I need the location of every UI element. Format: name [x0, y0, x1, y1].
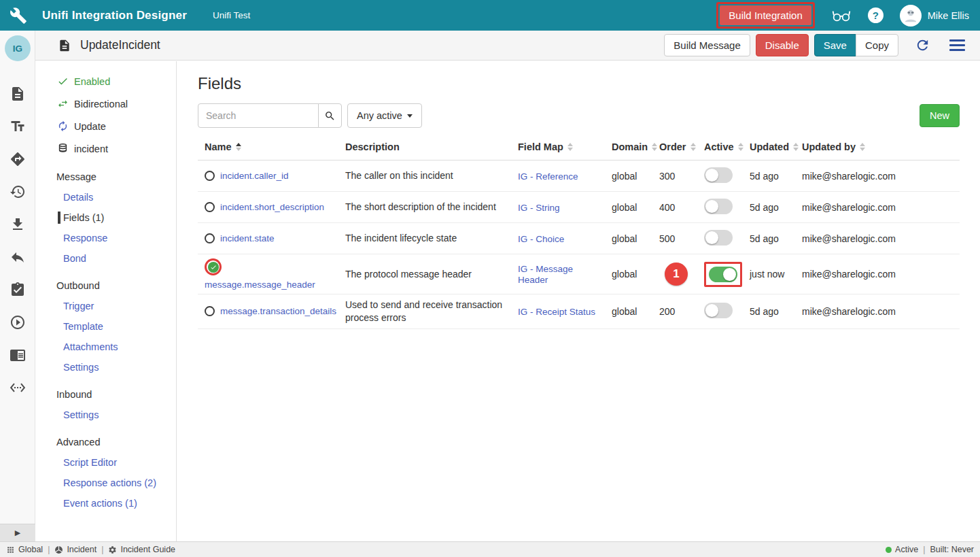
search-icon[interactable]	[318, 103, 342, 128]
help-icon[interactable]: ?	[868, 7, 883, 23]
sidebar-item-inbound-settings[interactable]: Settings	[35, 405, 176, 425]
sort-icon	[236, 143, 241, 151]
built-status-label: Built: Never	[930, 545, 974, 554]
field-description: Used to send and receive transaction pro…	[343, 294, 515, 328]
play-circle-icon[interactable]	[10, 314, 26, 331]
sidebar-item-template[interactable]: Template	[35, 316, 176, 337]
field-order: 200	[657, 302, 701, 321]
build-integration-button[interactable]: Build Integration	[720, 5, 811, 25]
sidebar-item-bidirectional[interactable]: Bidirectional	[35, 92, 176, 115]
incident-icon	[54, 545, 63, 554]
history-icon[interactable]	[10, 184, 26, 200]
copy-button[interactable]: Copy	[856, 34, 898, 56]
field-name-link[interactable]: incident.short_description	[220, 202, 324, 212]
top-navbar: Unifi Integration Designer Unifi Test Bu…	[0, 0, 980, 31]
reply-icon[interactable]	[10, 249, 26, 265]
sidebar-item-bond[interactable]: Bond	[35, 248, 176, 269]
sidebar-item-details[interactable]: Details	[35, 187, 176, 207]
refresh-icon[interactable]	[915, 37, 930, 53]
active-toggle[interactable]	[704, 199, 733, 214]
field-map-link[interactable]: IG - Message Header	[518, 264, 573, 285]
sidebar-item-response[interactable]: Response	[35, 228, 176, 248]
table-row: incident.caller_id The caller on this in…	[198, 161, 960, 192]
active-toggle[interactable]	[709, 267, 737, 282]
sort-icon	[860, 143, 865, 151]
directions-icon[interactable]	[10, 151, 26, 167]
chevron-right-icon[interactable]: ▶	[0, 524, 35, 541]
save-button[interactable]: Save	[814, 34, 856, 56]
field-active-check-icon[interactable]	[208, 262, 219, 273]
field-inactive-icon[interactable]	[205, 306, 215, 316]
active-status-dot	[886, 547, 892, 553]
sidebar-item-script-editor[interactable]: Script Editor	[35, 452, 176, 473]
field-updated: 5d ago	[747, 302, 799, 321]
sidebar-item-fields[interactable]: Fields (1)	[35, 207, 176, 228]
workspace-name[interactable]: Unifi Test	[213, 10, 250, 20]
check-icon	[57, 75, 69, 87]
sidebar-item-event-actions[interactable]: Event actions (1)	[35, 493, 176, 513]
sidebar-item-incident[interactable]: incident	[35, 137, 176, 160]
field-description: The protocol message header	[343, 264, 515, 285]
column-header-updated-by[interactable]: Updated by	[799, 141, 960, 152]
sidebar-item-enabled[interactable]: Enabled	[35, 70, 176, 92]
annotation-highlight-toggle	[704, 262, 742, 287]
sidebar-item-outbound-settings[interactable]: Settings	[35, 357, 176, 377]
field-order: 500	[657, 229, 701, 248]
build-message-button[interactable]: Build Message	[664, 34, 750, 56]
active-toggle[interactable]	[704, 167, 733, 183]
statusbar-incident-guide[interactable]: Incident Guide	[108, 545, 175, 554]
field-map-link[interactable]: IG - Reference	[518, 171, 578, 182]
sidebar-item-trigger[interactable]: Trigger	[35, 296, 176, 316]
new-button[interactable]: New	[920, 104, 960, 127]
statusbar-incident[interactable]: Incident	[54, 545, 97, 554]
field-inactive-icon[interactable]	[205, 202, 215, 212]
sidebar-item-response-actions[interactable]: Response actions (2)	[35, 473, 176, 493]
field-updated: 5d ago	[747, 167, 799, 186]
section-title-advanced: Advanced	[35, 425, 176, 452]
gear-icon	[108, 545, 117, 554]
field-updated: 5d ago	[747, 198, 799, 217]
column-header-updated[interactable]: Updated	[747, 141, 799, 152]
field-map-link[interactable]: IG - String	[518, 203, 560, 213]
sidebar-item-attachments[interactable]: Attachments	[35, 337, 176, 357]
tasks-icon[interactable]	[10, 282, 26, 298]
documentation-icon[interactable]	[10, 347, 26, 363]
active-toggle[interactable]	[704, 230, 733, 246]
field-map-link[interactable]: IG - Receipt Status	[518, 307, 595, 317]
main-content: Fields Any active New Name Description F…	[177, 61, 980, 541]
sidebar-item-update[interactable]: Update	[35, 115, 176, 137]
code-icon[interactable]	[10, 379, 26, 396]
column-header-active[interactable]: Active	[701, 141, 747, 152]
field-map-link[interactable]: IG - Choice	[518, 234, 564, 244]
disable-button[interactable]: Disable	[756, 34, 809, 56]
field-domain: global	[609, 167, 657, 186]
fields-heading: Fields	[198, 74, 960, 93]
sort-icon	[793, 143, 799, 151]
document-icon[interactable]	[10, 86, 26, 102]
column-header-name[interactable]: Name	[198, 141, 343, 152]
field-inactive-icon[interactable]	[205, 233, 215, 243]
sort-icon	[567, 143, 573, 151]
active-filter-dropdown[interactable]: Any active	[347, 103, 422, 128]
active-toggle[interactable]	[704, 303, 733, 318]
table-row: incident.state The incident lifecycle st…	[198, 223, 960, 254]
user-menu[interactable]: Mike Ellis	[900, 5, 969, 27]
icon-rail: IG ▶	[0, 31, 35, 541]
text-fields-icon[interactable]	[10, 118, 26, 135]
field-name-link[interactable]: message.message_header	[205, 280, 315, 290]
download-icon[interactable]	[10, 216, 26, 233]
field-name-link[interactable]: incident.caller_id	[220, 171, 289, 181]
column-header-order[interactable]: Order	[657, 141, 701, 152]
table-row: message.message_header The protocol mess…	[198, 254, 960, 294]
search-input[interactable]	[198, 103, 319, 128]
field-name-link[interactable]: message.transaction_details	[220, 306, 336, 316]
statusbar-global[interactable]: Global	[6, 545, 43, 554]
integration-avatar[interactable]: IG	[5, 35, 31, 61]
menu-icon[interactable]	[949, 39, 965, 51]
column-header-field-map[interactable]: Field Map	[515, 141, 609, 152]
field-updated-by: mike@sharelogic.com	[799, 265, 960, 284]
field-name-link[interactable]: incident.state	[220, 233, 275, 243]
column-header-domain[interactable]: Domain	[609, 141, 657, 152]
glasses-icon[interactable]	[831, 8, 852, 23]
field-inactive-icon[interactable]	[205, 171, 215, 181]
